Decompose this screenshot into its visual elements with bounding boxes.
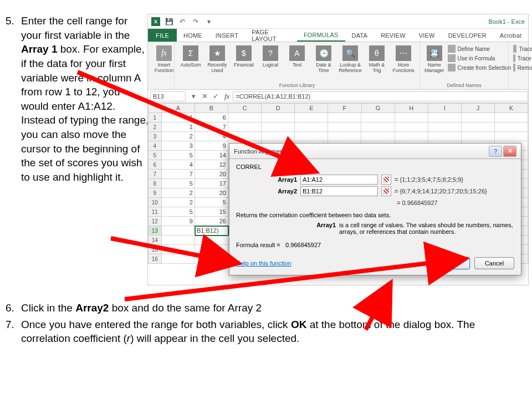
recently-used-button[interactable]: ★Recently Used — [204, 44, 230, 81]
array1-input[interactable]: A1:A12 — [300, 175, 378, 185]
more-functions-button[interactable]: ⋯More Functions — [391, 44, 416, 81]
name-manager-button[interactable]: 📇Name Manager — [423, 44, 446, 81]
row-header[interactable]: 1 — [148, 113, 162, 122]
tab-home[interactable]: HOME — [177, 29, 209, 42]
tab-data[interactable]: DATA — [345, 29, 375, 42]
cell[interactable]: 20 — [195, 188, 228, 198]
cell[interactable] — [162, 245, 195, 254]
row-header[interactable]: 6 — [148, 160, 162, 170]
cell[interactable] — [195, 245, 228, 254]
column-header[interactable]: E — [295, 103, 328, 113]
name-box[interactable]: B13 — [150, 91, 186, 101]
use-in-formula-button[interactable]: Use in Formula — [447, 54, 513, 63]
fx-icon[interactable]: fx — [224, 92, 229, 101]
column-header[interactable]: D — [262, 103, 295, 113]
cell[interactable] — [228, 122, 262, 132]
cell[interactable]: 1 — [162, 122, 195, 132]
cell[interactable]: 12 — [195, 160, 228, 170]
row-header[interactable]: 4 — [148, 141, 162, 151]
cell[interactable] — [262, 132, 295, 141]
cell[interactable] — [295, 113, 328, 122]
array1-collapse-button[interactable] — [381, 175, 391, 185]
autosum-button[interactable]: ΣAutoSum — [178, 44, 203, 81]
row-header[interactable]: 2 — [148, 122, 162, 132]
name-box-dropdown-icon[interactable]: ▾ — [188, 91, 199, 102]
cell[interactable] — [395, 122, 428, 132]
tab-file[interactable]: FILE — [148, 29, 177, 42]
qat-dropdown-icon[interactable]: ▾ — [203, 16, 214, 27]
text-button[interactable]: AText — [284, 44, 310, 81]
cell[interactable] — [495, 113, 528, 122]
lookup-reference-button[interactable]: 🔍Lookup & Reference — [337, 44, 363, 81]
cell[interactable]: 2 — [162, 198, 195, 207]
logical-button[interactable]: ?Logical — [258, 44, 283, 81]
column-header[interactable]: K — [495, 103, 528, 113]
cell[interactable] — [428, 113, 462, 122]
cell[interactable] — [495, 122, 528, 132]
cell[interactable] — [228, 132, 262, 141]
column-header[interactable]: I — [428, 103, 462, 113]
array2-collapse-button[interactable] — [381, 186, 391, 196]
cell[interactable]: 5 — [195, 198, 228, 207]
tab-insert[interactable]: INSERT — [209, 29, 245, 42]
formula-input[interactable]: =CORREL(A1:A12,B1:B12) — [233, 91, 528, 101]
cell[interactable] — [428, 122, 462, 132]
cell[interactable]: 4 — [195, 132, 228, 141]
cell[interactable] — [361, 122, 395, 132]
cell[interactable] — [395, 113, 428, 122]
cell[interactable] — [228, 113, 262, 122]
row-header[interactable]: 13 — [148, 226, 162, 236]
row-header[interactable]: 5 — [148, 151, 162, 160]
cell[interactable] — [462, 122, 495, 132]
cell[interactable]: 5 — [162, 151, 195, 160]
cell[interactable]: 15 — [195, 207, 228, 217]
cell[interactable]: 3 — [162, 141, 195, 151]
dialog-close-icon[interactable]: ✕ — [503, 146, 516, 157]
cell[interactable] — [262, 122, 295, 132]
cell[interactable]: 7 — [195, 122, 228, 132]
tab-review[interactable]: REVIEW — [374, 29, 412, 42]
cell[interactable] — [295, 132, 328, 141]
cell[interactable]: 4 — [162, 160, 195, 170]
date-time-button[interactable]: 🕒Date & Time — [311, 44, 336, 81]
select-all-corner[interactable] — [148, 103, 162, 113]
financial-button[interactable]: $Financial — [231, 44, 257, 81]
cell[interactable] — [162, 226, 195, 236]
cell[interactable]: 6 — [195, 113, 228, 122]
cell[interactable] — [262, 113, 295, 122]
math-trig-button[interactable]: θMath & Trig — [364, 44, 390, 81]
cell[interactable]: 20 — [195, 170, 228, 179]
cell[interactable] — [495, 132, 528, 141]
cell[interactable] — [195, 254, 228, 264]
cell[interactable] — [295, 122, 328, 132]
redo-icon[interactable]: ↷ — [190, 16, 201, 27]
cell[interactable] — [462, 132, 495, 141]
row-header[interactable]: 9 — [148, 188, 162, 198]
cell[interactable] — [361, 132, 395, 141]
cell[interactable] — [361, 113, 395, 122]
cell[interactable] — [395, 132, 428, 141]
define-name-button[interactable]: Define Name — [447, 44, 513, 53]
cell[interactable] — [328, 132, 361, 141]
row-header[interactable]: 14 — [148, 236, 162, 245]
tab-page-layout[interactable]: PAGE LAYOUT — [245, 29, 297, 42]
cell[interactable]: 2 — [162, 132, 195, 141]
remove-arrows-button[interactable]: Remove A — [512, 63, 532, 72]
column-header[interactable]: J — [462, 103, 495, 113]
cell[interactable]: 14 — [195, 151, 228, 160]
cancel-button[interactable]: Cancel — [474, 257, 514, 269]
cell[interactable] — [195, 236, 228, 245]
tab-formulas[interactable]: FORMULAS — [297, 29, 345, 42]
undo-icon[interactable]: ↶ — [177, 16, 188, 27]
row-header[interactable]: 12 — [148, 217, 162, 226]
column-header[interactable]: C — [228, 103, 262, 113]
cell[interactable] — [162, 236, 195, 245]
row-header[interactable]: 15 — [148, 245, 162, 254]
cell[interactable]: 7 — [162, 170, 195, 179]
column-header[interactable]: F — [328, 103, 361, 113]
cell[interactable]: 9 — [195, 141, 228, 151]
row-header[interactable]: 10 — [148, 198, 162, 207]
row-header[interactable]: 3 — [148, 132, 162, 141]
column-header[interactable]: G — [362, 103, 395, 113]
cell[interactable] — [162, 254, 195, 264]
